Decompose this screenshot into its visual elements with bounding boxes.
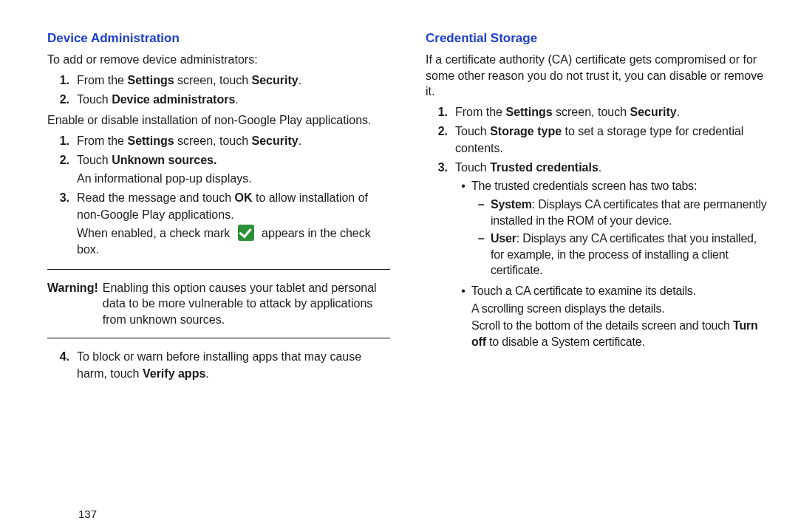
text: The trusted credentials screen has two t… xyxy=(471,180,697,192)
warning-note: Warning! Enabling this option causes you… xyxy=(47,280,390,328)
text: Touch xyxy=(77,154,112,166)
divider xyxy=(47,269,390,270)
text: Touch xyxy=(77,93,112,106)
text: From the xyxy=(77,74,127,86)
dash-body: User: Displays any CA certificates that … xyxy=(491,231,768,279)
bold: Security xyxy=(252,134,299,147)
bold: Device administrators xyxy=(112,93,235,106)
step-subtext: An informational pop-up displays. xyxy=(77,171,390,187)
text: screen, touch xyxy=(553,106,630,118)
step-body: Touch Device administrators. xyxy=(77,92,390,108)
text: . xyxy=(677,106,680,118)
bold: Unknown sources. xyxy=(112,154,216,166)
intro-text: If a certificate authority (CA) certific… xyxy=(426,52,768,100)
heading-credential-storage: Credential Storage xyxy=(426,31,768,46)
text: screen, touch xyxy=(174,134,252,147)
text: To block or warn before installing apps … xyxy=(77,350,361,379)
bold: Security xyxy=(252,74,299,86)
text: Touch xyxy=(455,125,490,137)
bullet: • Touch a CA certificate to examine its … xyxy=(455,283,768,349)
bold: Settings xyxy=(505,106,552,118)
step-body: Touch Trusted credentials. • The trusted… xyxy=(455,160,768,352)
bold: Settings xyxy=(127,134,174,147)
step-body: From the Settings screen, touch Security… xyxy=(455,104,768,120)
text: From the xyxy=(77,134,127,147)
left-column: Device Administration To add or remove d… xyxy=(47,31,390,386)
divider xyxy=(47,338,390,338)
bold: Settings xyxy=(127,74,174,86)
step-number: 2. xyxy=(426,123,455,140)
step-body: From the Settings screen, touch Security… xyxy=(77,133,390,149)
sub-text: Scroll to the bottom of the details scre… xyxy=(471,318,768,349)
intro-text: To add or remove device administrators: xyxy=(47,52,390,68)
step: 1. From the Settings screen, touch Secur… xyxy=(47,72,390,89)
step: 3. Touch Trusted credentials. • The trus… xyxy=(426,160,768,352)
step-number: 3. xyxy=(426,160,455,176)
text: . xyxy=(205,367,208,380)
step-number: 1. xyxy=(47,72,77,89)
text: From the xyxy=(455,106,505,118)
text: Scroll to the bottom of the details scre… xyxy=(471,319,733,332)
text: When enabled, a check mark xyxy=(77,227,233,239)
step-number: 1. xyxy=(426,104,455,120)
step-body: Read the message and touch OK to allow i… xyxy=(77,190,390,259)
text: Read the message and touch xyxy=(77,191,234,204)
bullet-body: Touch a CA certificate to examine its de… xyxy=(471,283,768,349)
step-body: From the Settings screen, touch Security… xyxy=(77,72,390,89)
dash-body: System: Displays CA certificates that ar… xyxy=(491,197,768,228)
step-number: 4. xyxy=(47,349,77,365)
steps-continued: 4. To block or warn before installing ap… xyxy=(47,349,390,382)
sub-text: A scrolling screen displays the details. xyxy=(471,301,768,317)
step-body: Touch Storage type to set a storage type… xyxy=(455,123,768,157)
step: 2. Touch Storage type to set a storage t… xyxy=(426,123,768,157)
text: to disable a System certificate. xyxy=(486,335,645,348)
text: screen, touch xyxy=(174,74,252,86)
warning-label: Warning! xyxy=(47,280,103,296)
page-number: 137 xyxy=(78,508,97,520)
bold: Verify apps xyxy=(143,367,205,380)
dash-item: – User: Displays any CA certificates tha… xyxy=(471,231,768,279)
bold: User xyxy=(491,232,516,245)
para-non-google: Enable or disable installation of non-Go… xyxy=(47,112,390,129)
text: : Displays CA certificates that are perm… xyxy=(491,198,767,227)
step: 1. From the Settings screen, touch Secur… xyxy=(426,104,768,120)
right-column: Credential Storage If a certificate auth… xyxy=(426,31,768,386)
dash-icon: – xyxy=(471,197,491,213)
text: . xyxy=(598,161,601,174)
text: Touch a CA certificate to examine its de… xyxy=(471,284,696,297)
manual-page: Device Administration To add or remove d… xyxy=(0,0,798,386)
step: 3. Read the message and touch OK to allo… xyxy=(47,190,390,259)
steps-admin: 1. From the Settings screen, touch Secur… xyxy=(47,72,390,109)
step-number: 2. xyxy=(47,92,77,108)
step-number: 3. xyxy=(47,190,77,206)
step-body: To block or warn before installing apps … xyxy=(77,349,390,382)
dash-list: – System: Displays CA certificates that … xyxy=(471,197,768,279)
bold: Security xyxy=(630,106,677,118)
bullet-icon: • xyxy=(455,178,471,194)
bullet-list: • The trusted credentials screen has two… xyxy=(455,178,768,349)
text: . xyxy=(299,134,301,147)
text: Touch xyxy=(455,161,490,174)
step: 2. Touch Device administrators. xyxy=(47,92,390,108)
steps-credential: 1. From the Settings screen, touch Secur… xyxy=(426,104,768,353)
step: 4. To block or warn before installing ap… xyxy=(47,349,390,382)
checkmark-icon xyxy=(238,225,254,241)
bold: Storage type xyxy=(490,125,562,137)
steps-unknown-sources: 1. From the Settings screen, touch Secur… xyxy=(47,133,390,259)
step-body: Touch Unknown sources. An informational … xyxy=(77,152,390,187)
step: 1. From the Settings screen, touch Secur… xyxy=(47,133,390,149)
text: : Displays any CA certificates that you … xyxy=(491,232,757,276)
step-subtext: When enabled, a check mark appears in th… xyxy=(77,225,390,259)
text: . xyxy=(299,74,301,86)
bullet: • The trusted credentials screen has two… xyxy=(455,178,768,281)
dash-item: – System: Displays CA certificates that … xyxy=(471,197,768,228)
dash-icon: – xyxy=(471,231,491,247)
text: . xyxy=(235,93,238,106)
bold: Trusted credentials xyxy=(490,161,598,174)
bold: System xyxy=(491,198,532,211)
bullet-body: The trusted credentials screen has two t… xyxy=(471,178,768,281)
heading-device-admin: Device Administration xyxy=(47,31,390,46)
warning-text: Enabling this option causes your tablet … xyxy=(103,280,390,328)
step: 2. Touch Unknown sources. An information… xyxy=(47,152,390,187)
bullet-icon: • xyxy=(455,283,471,299)
